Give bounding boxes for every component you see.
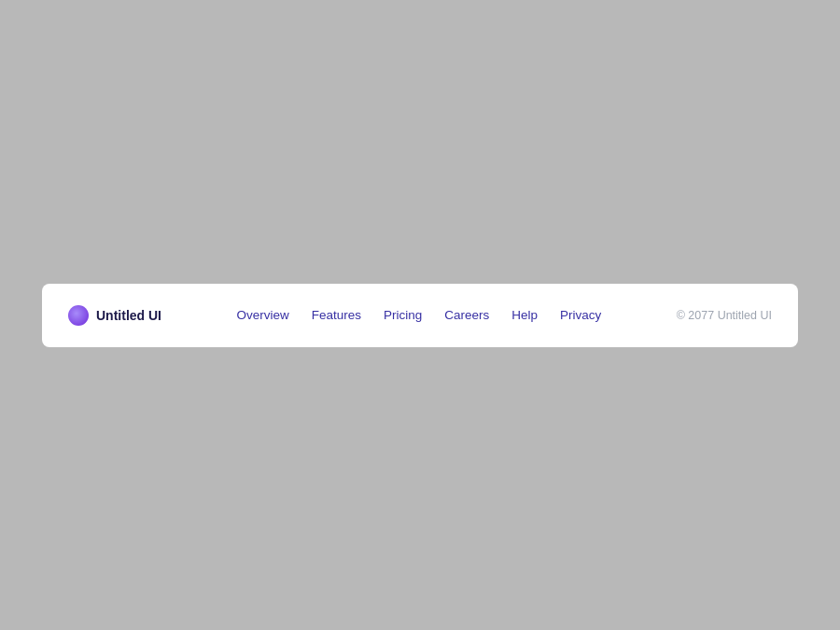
brand-logo-icon — [68, 305, 89, 326]
nav-link-help[interactable]: Help — [511, 308, 538, 322]
brand-name: Untitled UI — [96, 308, 161, 323]
nav-link-careers[interactable]: Careers — [444, 308, 489, 322]
nav-link-pricing[interactable]: Pricing — [384, 308, 422, 322]
nav-link-overview[interactable]: Overview — [236, 308, 288, 322]
footer-nav: Overview Features Pricing Careers Help P… — [236, 308, 601, 322]
brand-logo-link[interactable]: Untitled UI — [68, 305, 161, 326]
footer: Untitled UI Overview Features Pricing Ca… — [42, 284, 798, 347]
nav-link-privacy[interactable]: Privacy — [560, 308, 601, 322]
nav-link-features[interactable]: Features — [312, 308, 361, 322]
copyright-text: © 2077 Untitled UI — [677, 309, 772, 322]
